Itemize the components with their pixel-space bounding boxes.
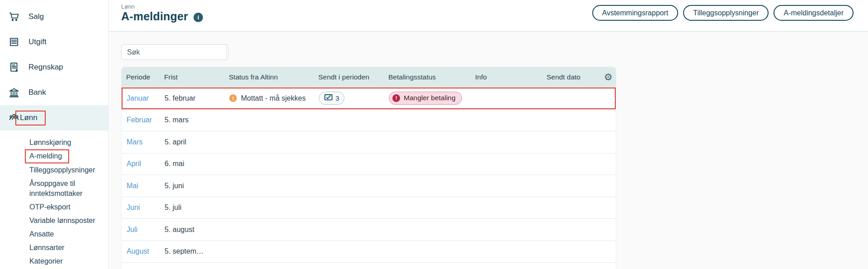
envelope-check-icon [324,94,333,102]
col-header-betalingsstatus: Betalingsstatus [388,73,475,81]
sidebar-item-lonn[interactable]: Lønn [0,105,108,130]
sidebar-subitem-lonnskjoring[interactable]: Lønnskjøring [0,136,108,149]
page-header: Lønn A-meldinger i Avstemmingsrapport Ti… [109,0,868,32]
ledger-icon [8,61,20,73]
deadline-cell: 5. august [165,226,229,234]
filter-button[interactable] [226,45,228,60]
table-row-februar[interactable]: Februar 5. mars [121,110,616,132]
subitem-label: Lønnskjøring [29,139,71,146]
sidebar-subitem-otp-eksport[interactable]: OTP-eksport [0,200,108,214]
table-row-juni[interactable]: Juni 5. juli [121,197,616,219]
sidebar-subitem-kategorier[interactable]: Kategorier [0,255,108,268]
col-header-sendt-dato: Sendt dato [547,73,604,81]
period-link[interactable]: Juli [127,226,137,233]
page-title: A-meldinger [121,10,188,23]
sent-count: 3 [335,94,339,102]
period-link[interactable]: April [127,160,141,167]
receipt-icon [8,36,20,48]
subitem-label: OTP-eksport [29,203,71,211]
sidebar: Salg Utgift Regnskap Bank Lønn [0,0,108,269]
subitem-label: Variable lønnsposter [29,217,95,224]
period-link[interactable]: Februar [127,116,152,124]
table-row-partial[interactable] [121,263,616,269]
table-row-januar[interactable]: Januar 5. februar ! Mottatt - må sjekkes… [121,88,616,110]
sidebar-subitem-lonnsarter[interactable]: Lønnsarter [0,241,108,255]
sidebar-item-label: Regnskap [28,63,63,72]
error-icon: ! [392,94,400,102]
table-header-row: Periode Frist Status fra Altinn Sendt i … [121,67,616,88]
sidebar-subitem-a-melding[interactable]: A-melding [0,149,108,163]
period-link[interactable]: Juni [127,204,140,211]
subitem-label: Kategorier [29,257,63,265]
subitem-label: Årsoppgave til inntektsmottaker [29,179,95,199]
sidebar-subitem-arsoppgave[interactable]: Årsoppgave til inntektsmottaker [0,177,97,200]
subitem-label: Ansatte [29,230,54,238]
sidebar-subitem-variable-lonnsposter[interactable]: Variable lønnsposter [0,214,108,227]
col-header-sendt-i-perioden: Sendt i perioden [318,73,388,81]
altinn-status-text: Mottatt - må sjekkes [241,94,306,102]
sidebar-item-salg[interactable]: Salg [0,4,108,29]
avstemmingsrapport-button[interactable]: Avstemmingsrapport [592,5,678,21]
sidebar-item-label-annotated: Lønn [15,111,46,125]
period-link[interactable]: August [127,247,149,255]
deadline-cell: 5. februar [165,94,229,102]
col-header-status: Status fra Altinn [229,73,318,81]
sidebar-subitem-ansatte[interactable]: Ansatte [0,227,108,241]
header-buttons: Avstemmingsrapport Tilleggsopplysninger … [592,5,854,21]
subitem-label-annotated: A-melding [25,149,69,163]
table-row-juli[interactable]: Juli 5. august [121,219,616,241]
table-row-mai[interactable]: Mai 5. juni [121,175,616,197]
content-area: Periode Frist Status fra Altinn Sendt i … [109,32,868,269]
subitem-label: Tilleggsopplysninger [29,166,95,174]
sidebar-subitem-tilleggsopplysninger[interactable]: Tilleggsopplysninger [0,163,108,177]
deadline-cell: 5. april [165,138,229,146]
tilleggsopplysninger-button[interactable]: Tilleggsopplysninger [683,5,769,21]
sidebar-item-label: Salg [28,12,44,21]
sidebar-item-utgift[interactable]: Utgift [0,29,108,55]
col-header-periode: Periode [126,73,164,81]
filter-icon [226,46,228,58]
payment-status-badge: ! Mangler betaling [389,92,462,105]
sidebar-item-regnskap[interactable]: Regnskap [0,55,108,80]
sidebar-subnav: Lønnskjøring A-melding Tilleggsopplysnin… [0,136,108,268]
sent-in-period-badge[interactable]: 3 [319,92,344,105]
bank-icon [8,87,20,98]
search-input[interactable] [122,45,226,60]
deadline-cell: 6. mai [165,160,229,168]
table-row-mars[interactable]: Mars 5. april [121,131,616,153]
sidebar-item-label: Bank [28,88,46,97]
warning-icon: ! [229,94,237,102]
col-header-frist: Frist [164,73,229,81]
table-row-august[interactable]: August 5. septem… [121,241,616,263]
a-meldinger-table: Periode Frist Status fra Altinn Sendt i … [121,67,616,269]
period-link[interactable]: Mars [127,138,143,146]
deadline-cell: 5. septem… [165,247,229,255]
a-meldingsdetaljer-button[interactable]: A-meldingsdetaljer [774,5,854,21]
breadcrumb: Lønn [121,3,135,10]
info-icon[interactable]: i [193,13,203,22]
sidebar-item-label: Utgift [28,37,47,46]
app-window: Salg Utgift Regnskap Bank Lønn [0,0,868,269]
table-row-april[interactable]: April 6. mai [121,153,616,176]
deadline-cell: 5. juni [165,182,229,190]
period-link[interactable]: Januar [127,94,149,102]
table-settings-gear-icon[interactable]: ⚙ [604,73,613,82]
deadline-cell: 5. juli [165,204,229,212]
sidebar-item-bank[interactable]: Bank [0,80,108,105]
subitem-label: Lønnsarter [29,244,64,251]
col-header-info: Info [475,73,547,81]
search-box [121,44,228,60]
deadline-cell: 5. mars [165,116,229,124]
period-link[interactable]: Mai [127,182,138,190]
payment-status-text: Mangler betaling [404,94,456,102]
cart-icon [8,11,20,23]
